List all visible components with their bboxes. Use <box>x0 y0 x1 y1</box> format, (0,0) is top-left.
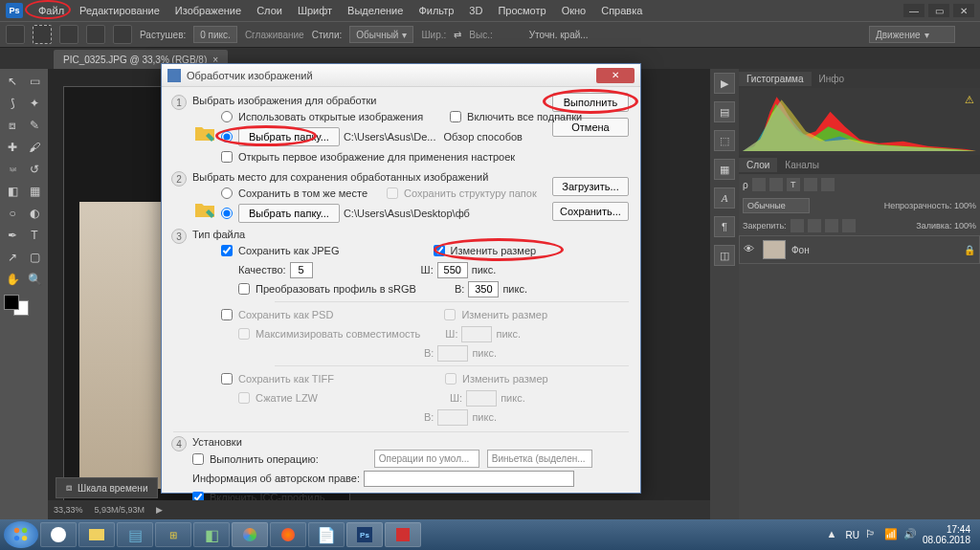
refine-edge[interactable]: Уточн. край... <box>529 30 589 40</box>
lasso-tool-icon[interactable]: ⟆ <box>2 93 23 114</box>
menu-window[interactable]: Окно <box>554 3 594 18</box>
filter-smart-icon[interactable] <box>821 178 835 191</box>
gradient-tool-icon[interactable]: ▦ <box>24 181 45 202</box>
blend-mode-dropdown[interactable]: Обычные <box>743 198 810 213</box>
start-button[interactable] <box>4 521 38 548</box>
hand-tool-icon[interactable]: ✋ <box>2 269 23 290</box>
dialog-titlebar[interactable]: Обработчик изображений ✕ <box>162 64 640 87</box>
lock-pixel-icon[interactable] <box>808 219 821 232</box>
zoom-status[interactable]: 33,33% <box>54 505 83 515</box>
eyedropper-tool-icon[interactable]: ✎ <box>24 115 45 136</box>
menu-select[interactable]: Выделение <box>340 3 411 18</box>
path-tool-icon[interactable]: ↗ <box>2 247 23 268</box>
task-chrome[interactable] <box>232 522 268 547</box>
filter-adj-icon[interactable] <box>769 178 783 191</box>
menu-help[interactable]: Справка <box>593 3 650 18</box>
flag-icon[interactable]: 🏳 <box>865 528 879 541</box>
libs-panel-icon[interactable]: ◫ <box>714 245 735 266</box>
shape-tool-icon[interactable]: ▢ <box>24 247 45 268</box>
task-docs[interactable]: 📄 <box>308 522 345 547</box>
marquee-sub-icon[interactable] <box>86 25 105 44</box>
include-sub-checkbox[interactable] <box>450 111 461 122</box>
marquee-intersect-icon[interactable] <box>113 25 132 44</box>
lock-trans-icon[interactable] <box>791 219 804 232</box>
char-panel-icon[interactable]: A <box>714 187 735 209</box>
lock-pos-icon[interactable] <box>825 219 838 232</box>
task-generic2[interactable]: ◧ <box>193 522 230 547</box>
select-folder-radio[interactable] <box>221 131 233 143</box>
layer-thumbnail[interactable] <box>763 240 786 259</box>
workspace-dropdown[interactable]: Движение▾ <box>869 26 955 43</box>
visibility-icon[interactable]: 👁 <box>744 243 757 256</box>
blur-tool-icon[interactable]: ○ <box>2 203 23 224</box>
maximize-button[interactable]: ▭ <box>928 4 949 17</box>
run-action-checkbox[interactable] <box>192 453 204 465</box>
browse-link[interactable]: Обзор способов <box>443 131 522 143</box>
brush-tool-icon[interactable]: 🖌 <box>24 137 45 158</box>
filter-shape-icon[interactable] <box>804 178 817 191</box>
task-capture[interactable] <box>385 522 421 547</box>
same-place-radio[interactable] <box>221 187 233 199</box>
styles-dropdown[interactable]: Обычный▾ <box>349 26 413 43</box>
volume-icon[interactable]: 🔊 <box>903 528 917 541</box>
styles-panel-icon[interactable]: ⬚ <box>714 130 735 151</box>
feather-value[interactable]: 0 пикс. <box>193 26 237 43</box>
timeline-panel-button[interactable]: ⧈ Шкала времени <box>56 477 158 498</box>
crop-tool-icon[interactable]: ⧈ <box>2 115 23 136</box>
srgb-checkbox[interactable] <box>238 283 250 295</box>
layer-row[interactable]: 👁 Фон 🔒 <box>739 235 980 264</box>
close-button[interactable]: ✕ <box>953 4 974 17</box>
psd-checkbox[interactable] <box>221 309 233 320</box>
use-open-radio[interactable] <box>221 111 233 122</box>
tray-up-icon[interactable]: ▲ <box>826 528 839 541</box>
height-input[interactable] <box>468 281 499 297</box>
menu-view[interactable]: Просмотр <box>490 3 553 18</box>
heal-tool-icon[interactable]: ✚ <box>2 137 23 158</box>
task-generic1[interactable]: ▤ <box>117 522 153 547</box>
menu-type[interactable]: Шрифт <box>290 3 340 18</box>
stamp-tool-icon[interactable]: ⎃ <box>2 159 23 180</box>
tool-preset-icon[interactable] <box>6 25 25 44</box>
info-tab[interactable]: Инфо <box>812 72 853 86</box>
menu-layers[interactable]: Слои <box>249 3 290 18</box>
language-indicator[interactable]: RU <box>845 530 858 540</box>
select-dest-radio[interactable] <box>221 208 233 219</box>
open-first-checkbox[interactable] <box>221 151 233 163</box>
wand-tool-icon[interactable]: ✦ <box>24 93 45 114</box>
resize-jpeg-checkbox[interactable] <box>434 245 445 256</box>
jpeg-checkbox[interactable] <box>221 245 233 256</box>
filter-icon[interactable]: ρ <box>743 180 748 190</box>
width-input[interactable] <box>437 262 468 278</box>
select-src-folder-button[interactable]: Выбрать папку... <box>238 127 340 146</box>
network-icon[interactable]: 📶 <box>884 528 898 541</box>
quality-input[interactable] <box>290 262 313 278</box>
tiff-checkbox[interactable] <box>221 373 233 385</box>
task-yandex[interactable] <box>40 522 77 547</box>
zoom-tool-icon[interactable]: 🔍 <box>24 269 45 290</box>
task-tc[interactable]: ⊞ <box>155 522 191 547</box>
text-tool-icon[interactable]: T <box>24 225 45 246</box>
warning-icon[interactable]: ⚠ <box>965 94 974 106</box>
task-explorer[interactable] <box>78 522 115 547</box>
lock-all-icon[interactable] <box>842 219 856 232</box>
dialog-close-button[interactable]: ✕ <box>596 68 635 83</box>
clock[interactable]: 17:44 08.06.2018 <box>923 524 970 545</box>
channels-tab[interactable]: Каналы <box>777 158 827 172</box>
marquee-add-icon[interactable] <box>59 25 78 44</box>
menu-filter[interactable]: Фильтр <box>411 3 461 18</box>
status-arrow-icon[interactable]: ▶ <box>156 505 163 515</box>
histogram-tab[interactable]: Гистограмма <box>739 72 812 86</box>
history-panel-icon[interactable]: ▶ <box>714 73 735 94</box>
swatches-panel-icon[interactable]: ▦ <box>714 159 735 180</box>
history-brush-icon[interactable]: ↺ <box>24 159 45 180</box>
eraser-tool-icon[interactable]: ◧ <box>2 181 23 202</box>
color-swatch[interactable] <box>4 295 29 316</box>
para-panel-icon[interactable]: ¶ <box>714 216 735 237</box>
layers-tab[interactable]: Слои <box>739 158 777 172</box>
move-tool-icon[interactable]: ↖ <box>2 71 23 92</box>
filter-text-icon[interactable]: T <box>787 178 800 191</box>
filter-pixel-icon[interactable] <box>752 178 766 191</box>
menu-file[interactable]: Файл <box>31 3 72 18</box>
select-dest-folder-button[interactable]: Выбрать папку... <box>238 204 340 223</box>
menu-image[interactable]: Изображение <box>167 3 249 18</box>
